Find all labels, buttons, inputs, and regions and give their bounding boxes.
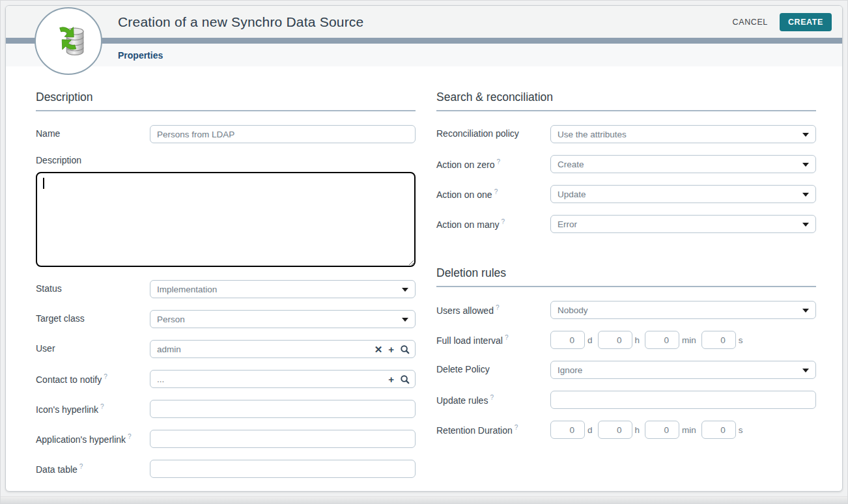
section-title-deletion-rules: Deletion rules [436,266,816,280]
search-icon[interactable] [400,374,410,384]
action-on-one-select[interactable]: Update [550,185,816,203]
status-label: Status [36,280,150,294]
retention-days-input[interactable] [550,421,585,439]
tab-properties[interactable]: Properties [118,50,163,61]
page-title: Creation of a new Synchro Data Source [118,14,363,30]
application-hyperlink-input[interactable] [150,430,416,448]
user-label: User [36,340,150,354]
chevron-down-icon [802,223,809,227]
help-marker: ? [502,218,505,225]
unit-days: d [587,425,593,435]
section-title-description: Description [36,91,416,104]
contact-combo: + [150,370,416,388]
user-combo-icons: ✕ + [375,344,410,354]
field-name: Name [36,125,416,143]
section-rule [36,110,416,111]
accent-bar [6,38,842,44]
update-rules-input[interactable] [550,391,816,409]
field-update-rules: Update rules? [436,391,816,409]
user-input[interactable] [157,344,375,354]
target-class-label: Target class [36,310,150,324]
delete-policy-label: Delete Policy [436,361,550,374]
user-combo: ✕ + [150,340,416,358]
help-marker: ? [490,394,494,401]
field-users-allowed: Users allowed? Nobody [436,301,816,319]
field-full-load-interval: Full load interval? d h min s [436,331,816,349]
add-icon[interactable]: + [388,374,394,384]
chevron-down-icon [802,133,809,137]
action-on-zero-select[interactable]: Create [550,155,816,173]
help-marker: ? [128,433,132,440]
field-action-on-one: Action on one? Update [436,185,816,203]
status-select[interactable]: Implementation [150,280,416,298]
create-button[interactable]: CREATE [780,13,832,31]
help-marker: ? [100,403,104,410]
full-load-hours-input[interactable] [598,331,632,349]
help-marker: ? [496,304,500,311]
full-load-days-input[interactable] [550,331,585,349]
field-reconciliation-policy: Reconciliation policy Use the attributes [436,125,816,143]
unit-seconds: s [739,425,743,435]
column-reconciliation: Search & reconciliation Reconciliation p… [436,91,816,490]
titlebar-actions: CANCEL CREATE [733,13,832,31]
field-retention-duration: Retention Duration? d h min s [436,421,816,439]
window-bottom-edge [0,496,848,504]
full-load-seconds-input[interactable] [701,331,736,349]
icon-hyperlink-input[interactable] [150,400,416,418]
text-caret [43,178,44,189]
form-content: Description Name Description Status Impl… [6,66,842,490]
full-load-interval-label: Full load interval? [436,331,550,346]
field-application-hyperlink: Application's hyperlink? [36,430,416,448]
target-class-select[interactable]: Person [150,310,416,328]
field-status: Status Implementation [36,280,416,298]
synchro-data-source-window: Creation of a new Synchro Data Source CA… [5,5,843,492]
unit-days: d [587,335,593,345]
reconciliation-policy-select[interactable]: Use the attributes [550,125,816,143]
contact-input[interactable] [157,374,388,384]
data-table-input[interactable] [150,460,416,478]
chevron-down-icon [802,309,809,313]
clear-icon[interactable]: ✕ [375,344,383,354]
action-on-many-label: Action on many? [436,215,550,230]
help-marker: ? [494,188,498,195]
add-icon[interactable]: + [388,344,394,354]
retention-duration-inputs: d h min s [550,421,816,439]
icon-hyperlink-label: Icon's hyperlink? [36,400,150,415]
cancel-button[interactable]: CANCEL [733,18,768,27]
retention-seconds-input[interactable] [701,421,736,439]
contact-combo-icons: + [388,374,410,384]
description-label: Description [36,155,416,165]
field-delete-policy: Delete Policy Ignore [436,361,816,379]
users-allowed-label: Users allowed? [436,301,550,316]
delete-policy-select[interactable]: Ignore [550,361,816,379]
application-hyperlink-label: Application's hyperlink? [36,430,150,445]
field-action-on-zero: Action on zero? Create [436,155,816,173]
retention-hours-input[interactable] [598,421,632,439]
update-rules-label: Update rules? [436,391,550,406]
help-marker: ? [79,463,83,470]
contact-to-notify-label: Contact to notify? [36,370,150,385]
users-allowed-value: Nobody [558,305,588,315]
help-marker: ? [515,424,518,431]
chevron-down-icon [802,163,809,167]
search-icon[interactable] [400,344,410,354]
chevron-down-icon [802,193,809,197]
target-class-select-value: Person [157,315,185,324]
field-icon-hyperlink: Icon's hyperlink? [36,400,416,418]
name-input[interactable] [150,125,416,143]
full-load-minutes-input[interactable] [645,331,679,349]
section-rule [436,110,816,111]
action-on-many-select[interactable]: Error [550,215,816,233]
unit-seconds: s [739,335,743,345]
retention-minutes-input[interactable] [645,421,679,439]
users-allowed-select[interactable]: Nobody [550,301,816,319]
field-user: User ✕ + [36,340,416,358]
reconciliation-policy-value: Use the attributes [558,130,627,139]
synchro-database-icon [47,18,90,64]
description-textarea[interactable] [36,172,416,267]
tabs-row: Properties [6,44,842,66]
field-target-class: Target class Person [36,310,416,328]
description-textarea-wrap [36,172,416,267]
section-title-search-reconciliation: Search & reconciliation [436,91,816,104]
full-load-interval-duration: d h min s [550,331,816,349]
